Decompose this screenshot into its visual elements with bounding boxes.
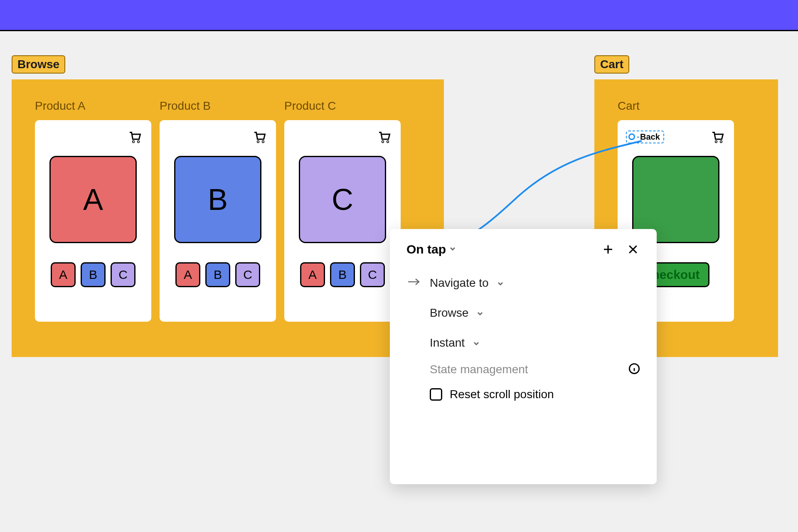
frame-product-a[interactable]: Product A A A B C [35, 99, 151, 322]
checkbox-label: Reset scroll position [450, 388, 554, 401]
connection-handle-icon[interactable] [628, 133, 635, 140]
svg-point-3 [262, 141, 264, 143]
svg-point-4 [382, 141, 384, 143]
action-type-dropdown[interactable]: Navigate to [406, 276, 640, 290]
chip-c[interactable]: C [111, 262, 135, 287]
svg-point-1 [138, 141, 140, 143]
trigger-dropdown[interactable]: On tap [406, 242, 446, 256]
design-canvas[interactable]: Browse Cart Product A A A B C [0, 31, 798, 531]
interaction-panel[interactable]: On tap Navigate to Browse [390, 229, 657, 484]
svg-point-7 [720, 141, 722, 143]
reset-scroll-checkbox[interactable]: Reset scroll position [406, 388, 640, 401]
product-hero: B [174, 156, 261, 243]
flow-label-cart[interactable]: Cart [594, 55, 629, 74]
chevron-down-icon [477, 306, 483, 320]
back-link[interactable]: - Back [626, 131, 664, 143]
hero-letter: C [332, 182, 353, 217]
chip-a[interactable]: A [175, 262, 200, 287]
product-card[interactable]: C A B C [284, 120, 401, 322]
section-label: State management [430, 363, 528, 376]
arrow-right-icon [406, 276, 421, 290]
info-icon[interactable] [628, 363, 640, 376]
chip-b[interactable]: B [81, 262, 106, 287]
destination-dropdown[interactable]: Browse [406, 306, 640, 320]
hero-letter: A [83, 182, 103, 217]
svg-point-5 [387, 141, 389, 143]
frame-title: Product A [35, 99, 151, 113]
cart-icon[interactable] [126, 128, 143, 145]
app-topbar [0, 0, 798, 31]
frame-title: Cart [618, 99, 755, 113]
frame-title: Product C [284, 99, 401, 113]
panel-header: On tap [406, 242, 640, 256]
frame-title: Product B [160, 99, 276, 113]
svg-point-2 [257, 141, 259, 143]
chip-c[interactable]: C [235, 262, 260, 287]
variant-chips: A B C [175, 262, 260, 287]
chevron-down-icon [449, 245, 456, 254]
frame-product-c[interactable]: Product C C A B C [284, 99, 401, 322]
back-label: Back [640, 132, 660, 142]
chip-b[interactable]: B [330, 262, 355, 287]
cart-icon[interactable] [709, 128, 726, 145]
cart-icon[interactable] [251, 128, 268, 145]
chevron-down-icon [497, 276, 504, 290]
cart-icon[interactable] [376, 128, 392, 145]
chip-c[interactable]: C [360, 262, 385, 287]
chevron-down-icon [473, 336, 480, 350]
svg-point-0 [133, 141, 135, 143]
flow-label-browse[interactable]: Browse [12, 55, 65, 74]
state-management-section: State management [406, 363, 640, 376]
flow-browse[interactable]: Product A A A B C Pro [12, 79, 444, 357]
animation-dropdown[interactable]: Instant [406, 336, 640, 350]
add-action-button[interactable] [601, 242, 615, 256]
chip-a[interactable]: A [300, 262, 325, 287]
chip-a[interactable]: A [51, 262, 76, 287]
variant-chips: A B C [300, 262, 385, 287]
hero-letter: B [208, 182, 228, 217]
product-hero: C [299, 156, 386, 243]
variant-chips: A B C [51, 262, 135, 287]
browse-product-row: Product A A A B C Pro [35, 99, 421, 322]
close-panel-button[interactable] [626, 242, 640, 256]
product-hero: A [49, 156, 137, 243]
svg-point-6 [715, 141, 717, 143]
chip-b[interactable]: B [205, 262, 230, 287]
frame-product-b[interactable]: Product B B A B C [160, 99, 276, 322]
product-card[interactable]: B A B C [160, 120, 276, 322]
product-card[interactable]: A A B C [35, 120, 151, 322]
checkbox-box[interactable] [430, 388, 442, 401]
